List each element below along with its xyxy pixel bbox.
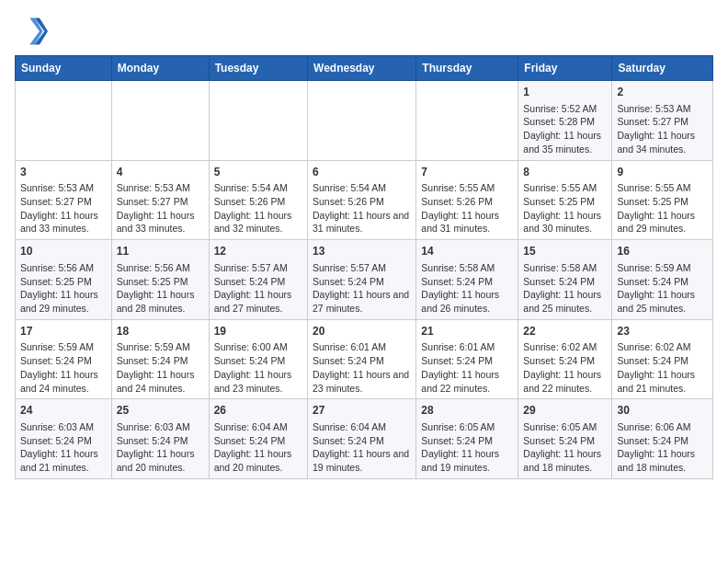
day-info: Sunrise: 6:02 AM [523, 340, 607, 354]
calendar-cell: 25Sunrise: 6:03 AMSunset: 5:24 PMDayligh… [111, 399, 209, 479]
day-info: Sunrise: 6:04 AM [214, 420, 302, 434]
day-number: 14 [421, 244, 513, 259]
calendar-cell: 2Sunrise: 5:53 AMSunset: 5:27 PMDaylight… [612, 81, 713, 161]
day-number: 11 [117, 244, 204, 259]
day-info: Sunrise: 6:03 AM [20, 420, 107, 434]
day-number: 15 [523, 244, 607, 259]
header-row: SundayMondayTuesdayWednesdayThursdayFrid… [16, 56, 713, 81]
day-number: 28 [421, 403, 513, 419]
day-info: Daylight: 11 hours and 18 minutes. [523, 447, 607, 474]
day-info: Daylight: 11 hours and 24 minutes. [20, 368, 107, 395]
day-info: Sunset: 5:24 PM [214, 354, 302, 368]
calendar-cell: 27Sunrise: 6:04 AMSunset: 5:24 PMDayligh… [308, 399, 416, 479]
calendar-cell: 29Sunrise: 6:05 AMSunset: 5:24 PMDayligh… [518, 399, 612, 479]
day-number: 3 [20, 165, 107, 180]
day-info: Sunset: 5:24 PM [523, 275, 607, 289]
day-info: Sunrise: 5:59 AM [117, 340, 204, 354]
calendar-cell: 18Sunrise: 5:59 AMSunset: 5:24 PMDayligh… [111, 319, 209, 399]
day-info: Sunset: 5:25 PM [20, 275, 107, 289]
calendar-cell: 3Sunrise: 5:53 AMSunset: 5:27 PMDaylight… [16, 160, 112, 240]
day-info: Sunset: 5:28 PM [523, 115, 607, 129]
day-info: Daylight: 11 hours and 19 minutes. [421, 447, 513, 474]
day-number: 13 [313, 244, 411, 259]
day-info: Sunset: 5:24 PM [214, 434, 302, 448]
calendar-week-row: 10Sunrise: 5:56 AMSunset: 5:25 PMDayligh… [16, 240, 713, 320]
day-info: Sunrise: 5:57 AM [214, 261, 302, 275]
calendar-week-row: 3Sunrise: 5:53 AMSunset: 5:27 PMDaylight… [16, 160, 713, 240]
calendar-cell [209, 81, 307, 161]
day-info: Sunset: 5:24 PM [117, 354, 204, 368]
day-number: 10 [20, 244, 107, 259]
logo [15, 15, 51, 48]
day-info: Sunrise: 5:56 AM [20, 261, 107, 275]
day-info: Sunrise: 6:05 AM [421, 420, 513, 434]
day-info: Sunset: 5:25 PM [523, 195, 607, 209]
day-number: 2 [617, 85, 708, 100]
calendar-cell: 19Sunrise: 6:00 AMSunset: 5:24 PMDayligh… [209, 319, 307, 399]
day-number: 16 [617, 244, 708, 259]
calendar-cell: 24Sunrise: 6:03 AMSunset: 5:24 PMDayligh… [16, 399, 112, 479]
calendar-cell: 11Sunrise: 5:56 AMSunset: 5:25 PMDayligh… [111, 240, 209, 320]
calendar-week-row: 17Sunrise: 5:59 AMSunset: 5:24 PMDayligh… [16, 319, 713, 399]
day-info: Daylight: 11 hours and 32 minutes. [214, 209, 302, 236]
weekday-header: Thursday [416, 56, 518, 81]
calendar-cell: 26Sunrise: 6:04 AMSunset: 5:24 PMDayligh… [209, 399, 307, 479]
calendar-cell: 17Sunrise: 5:59 AMSunset: 5:24 PMDayligh… [16, 319, 112, 399]
calendar-cell: 10Sunrise: 5:56 AMSunset: 5:25 PMDayligh… [16, 240, 112, 320]
day-number: 27 [313, 403, 411, 419]
page-header [15, 15, 713, 48]
day-number: 17 [20, 324, 107, 339]
calendar-cell: 23Sunrise: 6:02 AMSunset: 5:24 PMDayligh… [612, 319, 713, 399]
day-number: 8 [523, 165, 607, 180]
day-info: Daylight: 11 hours and 25 minutes. [523, 288, 607, 315]
day-info: Sunset: 5:26 PM [313, 195, 411, 209]
day-info: Sunset: 5:24 PM [523, 354, 607, 368]
day-info: Sunrise: 6:02 AM [617, 340, 708, 354]
calendar-table: SundayMondayTuesdayWednesdayThursdayFrid… [15, 55, 713, 479]
calendar-cell [416, 81, 518, 161]
day-number: 24 [20, 403, 107, 419]
calendar-cell [111, 81, 209, 161]
day-number: 6 [313, 165, 411, 180]
day-info: Sunrise: 6:05 AM [523, 420, 607, 434]
calendar-cell: 4Sunrise: 5:53 AMSunset: 5:27 PMDaylight… [111, 160, 209, 240]
day-info: Daylight: 11 hours and 29 minutes. [617, 209, 708, 236]
day-info: Sunrise: 5:55 AM [523, 181, 607, 195]
day-number: 21 [421, 324, 513, 339]
calendar-cell: 5Sunrise: 5:54 AMSunset: 5:26 PMDaylight… [209, 160, 307, 240]
day-info: Daylight: 11 hours and 31 minutes. [421, 209, 513, 236]
day-number: 4 [117, 165, 204, 180]
day-info: Sunrise: 5:57 AM [313, 261, 411, 275]
weekday-header: Friday [518, 56, 612, 81]
day-number: 9 [617, 165, 708, 180]
day-number: 25 [117, 403, 204, 419]
day-info: Daylight: 11 hours and 24 minutes. [117, 368, 204, 395]
day-info: Sunset: 5:26 PM [214, 195, 302, 209]
weekday-header: Monday [111, 56, 209, 81]
calendar-cell: 14Sunrise: 5:58 AMSunset: 5:24 PMDayligh… [416, 240, 518, 320]
day-number: 26 [214, 403, 302, 419]
day-info: Daylight: 11 hours and 30 minutes. [523, 209, 607, 236]
day-info: Sunset: 5:27 PM [117, 195, 204, 209]
calendar-cell: 13Sunrise: 5:57 AMSunset: 5:24 PMDayligh… [308, 240, 416, 320]
day-info: Daylight: 11 hours and 35 minutes. [523, 129, 607, 155]
day-info: Sunset: 5:25 PM [117, 275, 204, 289]
day-info: Sunset: 5:24 PM [117, 434, 204, 448]
day-info: Daylight: 11 hours and 20 minutes. [117, 447, 204, 474]
day-info: Sunset: 5:24 PM [20, 354, 107, 368]
calendar-cell: 21Sunrise: 6:01 AMSunset: 5:24 PMDayligh… [416, 319, 518, 399]
day-number: 19 [214, 324, 302, 339]
day-info: Daylight: 11 hours and 18 minutes. [617, 447, 708, 474]
calendar-body: 1Sunrise: 5:52 AMSunset: 5:28 PMDaylight… [16, 81, 713, 479]
day-number: 29 [523, 403, 607, 419]
day-info: Sunrise: 5:54 AM [313, 181, 411, 195]
day-info: Daylight: 11 hours and 20 minutes. [214, 447, 302, 474]
day-info: Sunrise: 5:58 AM [523, 261, 607, 275]
weekday-header: Wednesday [308, 56, 416, 81]
day-info: Daylight: 11 hours and 25 minutes. [617, 288, 708, 315]
day-info: Sunset: 5:24 PM [313, 275, 411, 289]
day-info: Sunrise: 5:52 AM [523, 102, 607, 116]
calendar-cell [308, 81, 416, 161]
calendar-cell: 28Sunrise: 6:05 AMSunset: 5:24 PMDayligh… [416, 399, 518, 479]
calendar-cell: 8Sunrise: 5:55 AMSunset: 5:25 PMDaylight… [518, 160, 612, 240]
